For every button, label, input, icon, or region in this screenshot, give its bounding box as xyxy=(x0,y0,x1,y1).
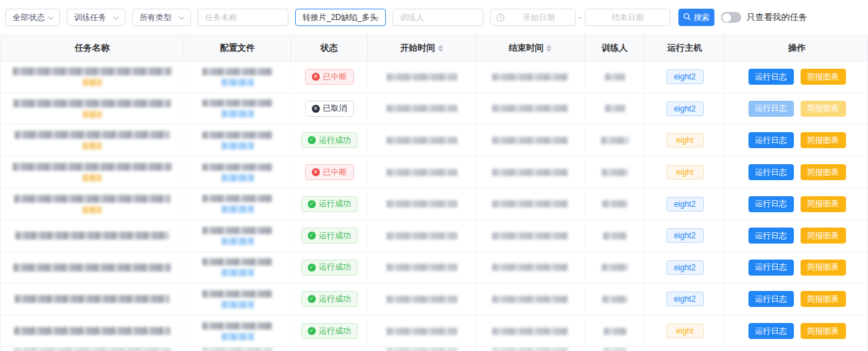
status-label: 运行成功 xyxy=(319,294,351,305)
config-file-cell xyxy=(184,61,291,93)
redacted-trainer xyxy=(603,232,627,240)
redacted-trainer xyxy=(604,328,626,335)
column-header-config-file: 配置文件 xyxy=(184,35,291,61)
my-tasks-toggle-label: 只查看我的任务 xyxy=(746,11,807,23)
status-check-icon: ✓ xyxy=(308,200,316,208)
task-name-cell xyxy=(1,93,184,125)
search-button-label: 搜索 xyxy=(694,12,710,23)
redacted-text xyxy=(604,348,626,351)
start-date-picker xyxy=(490,9,576,26)
redacted-task-name xyxy=(13,163,172,171)
redacted-trainer xyxy=(605,105,625,112)
status-cross-icon: ✕ xyxy=(312,73,320,81)
status-label: 已中断 xyxy=(323,71,347,83)
redacted-config-name xyxy=(202,227,272,234)
config-file-cell xyxy=(184,93,291,125)
date-range-separator: - xyxy=(576,13,585,22)
run-log-button[interactable]: 运行日志 xyxy=(748,196,794,212)
start-time-cell xyxy=(368,188,476,220)
column-header-end-time[interactable]: 结束时间 xyxy=(476,35,585,61)
toggle-knob xyxy=(722,13,731,22)
status-cell: ✓运行成功 xyxy=(291,316,368,348)
status-check-icon: ✓ xyxy=(308,232,316,240)
task-name-search-input[interactable] xyxy=(296,9,385,25)
report-chart-button[interactable]: 简报图表 xyxy=(801,196,846,212)
redacted-config-name xyxy=(202,258,272,266)
config-file-cell xyxy=(184,125,291,157)
all-types-filter-select[interactable]: 所有类型 xyxy=(132,9,191,26)
host-tag: eight xyxy=(666,165,704,180)
report-chart-button[interactable]: 简报图表 xyxy=(801,164,846,180)
table-row: ✕已取消eight2运行日志简报图表 xyxy=(1,93,867,125)
actions-cell: 运行日志简报图表 xyxy=(725,125,868,157)
report-chart-button[interactable]: 简报图表 xyxy=(801,69,846,85)
redacted-tag-badge xyxy=(83,174,101,182)
start-time-cell xyxy=(368,93,476,125)
trainer-cell xyxy=(585,125,645,157)
status-cell: ✕已中断 xyxy=(291,61,368,93)
redacted-text xyxy=(492,348,568,351)
redacted-config-name xyxy=(202,195,272,202)
end-date-input[interactable] xyxy=(586,9,670,25)
redacted-end-time xyxy=(492,264,568,271)
column-header-start-time[interactable]: 开始时间 xyxy=(368,35,476,61)
status-cell xyxy=(291,347,368,351)
run-log-button[interactable]: 运行日志 xyxy=(748,164,794,180)
redacted-start-time xyxy=(387,232,457,240)
sort-icon[interactable] xyxy=(438,45,443,52)
host-tag: eight xyxy=(666,324,704,338)
status-label: 运行成功 xyxy=(319,135,351,146)
status-cell: ✓运行成功 xyxy=(291,220,368,252)
report-chart-button[interactable]: 简报图表 xyxy=(801,101,846,117)
run-log-button[interactable]: 运行日志 xyxy=(748,69,794,85)
task-name-cell xyxy=(1,316,184,348)
run-log-button[interactable]: 运行日志 xyxy=(748,291,794,307)
host-tag: eight2 xyxy=(666,260,704,275)
host-tag: eight2 xyxy=(666,228,704,243)
run-log-button[interactable]: 运行日志 xyxy=(748,228,794,244)
run-log-button[interactable]: 运行日志 xyxy=(748,101,794,117)
run-log-button[interactable]: 运行日志 xyxy=(748,132,794,148)
status-cell: ✕已取消 xyxy=(291,93,368,125)
status-check-icon: ✓ xyxy=(308,136,316,144)
actions-cell: 运行日志简报图表 xyxy=(725,61,868,93)
redacted-tag-badge xyxy=(83,111,101,118)
run-log-button[interactable]: 运行日志 xyxy=(748,260,794,276)
report-chart-button[interactable]: 简报图表 xyxy=(801,260,846,276)
status-badge: ✓运行成功 xyxy=(301,291,358,307)
end-time-cell xyxy=(476,125,585,157)
job-type-filter-select[interactable]: 训练任务 xyxy=(67,9,126,26)
report-chart-button[interactable]: 简报图表 xyxy=(801,291,846,307)
task-name-cell xyxy=(1,347,184,351)
status-cross-icon: ✕ xyxy=(312,105,320,113)
trainer-input[interactable] xyxy=(393,9,483,25)
table-row: ✓运行成功eight运行日志简报图表 xyxy=(1,316,867,348)
my-tasks-toggle[interactable] xyxy=(721,12,741,23)
redacted-end-time xyxy=(492,200,568,208)
report-chart-button[interactable]: 简报图表 xyxy=(801,228,846,244)
search-icon xyxy=(683,13,691,23)
run-log-button[interactable]: 运行日志 xyxy=(748,323,794,339)
sort-icon[interactable] xyxy=(546,45,552,52)
status-filter-select[interactable]: 全部状态 xyxy=(5,9,60,26)
task-name-input[interactable] xyxy=(198,9,288,25)
redacted-config-link xyxy=(222,301,254,308)
status-cell: ✓运行成功 xyxy=(291,188,368,220)
chevron-down-icon xyxy=(113,15,120,21)
redacted-config-link xyxy=(222,333,254,340)
start-time-cell xyxy=(368,347,476,351)
task-name-cell xyxy=(1,220,184,252)
task-name-cell xyxy=(1,188,184,220)
search-button[interactable]: 搜索 xyxy=(678,9,714,26)
table-header: 任务名称 配置文件 状态 开始时间 结束时间 训练人 运行主机 操作 xyxy=(1,35,867,61)
redacted-config-link xyxy=(222,269,254,276)
all-types-filter-value: 所有类型 xyxy=(140,12,172,23)
start-time-cell xyxy=(368,220,476,252)
config-file-cell xyxy=(184,220,291,252)
status-label: 运行成功 xyxy=(319,326,351,337)
redacted-text xyxy=(202,348,272,351)
report-chart-button[interactable]: 简报图表 xyxy=(801,132,846,148)
report-chart-button[interactable]: 简报图表 xyxy=(801,323,846,339)
host-cell: eight2 xyxy=(645,61,725,93)
redacted-task-name xyxy=(15,131,170,139)
